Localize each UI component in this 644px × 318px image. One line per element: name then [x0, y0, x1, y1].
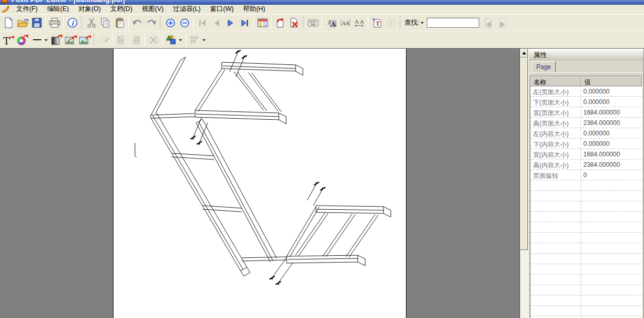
- property-row[interactable]: 宽(页面大小)1684.000000: [530, 107, 642, 118]
- find-input[interactable]: [427, 18, 479, 28]
- zoom-in-button[interactable]: [163, 16, 177, 30]
- property-row[interactable]: 高(页面大小)2384.000000: [530, 118, 642, 128]
- property-name: [530, 233, 581, 243]
- line-tool-dropdown[interactable]: [44, 33, 50, 46]
- clone-tool-button[interactable]: [97, 33, 111, 47]
- property-value: [581, 254, 642, 264]
- first-page-button[interactable]: [195, 16, 209, 30]
- svg-text:A: A: [345, 20, 349, 26]
- char-spacing-button[interactable]: AA: [338, 16, 352, 30]
- insert-textbox-button[interactable]: T: [370, 16, 384, 30]
- property-row[interactable]: 页面旋转0: [530, 170, 642, 180]
- menu-item-0[interactable]: 文件(F): [12, 4, 42, 15]
- property-value[interactable]: 0: [581, 170, 642, 180]
- property-row[interactable]: 宽(内容大小)1684.000000: [530, 149, 642, 160]
- menu-item-2[interactable]: 对象(O): [74, 4, 106, 15]
- pdf-page[interactable]: [113, 49, 406, 318]
- shapes-tool-dropdown[interactable]: [178, 33, 184, 46]
- prev-page-button[interactable]: [209, 16, 223, 30]
- property-row[interactable]: 左(页面大小)0.000000: [530, 86, 642, 97]
- rotate-right-button[interactable]: [129, 33, 143, 47]
- next-page-button[interactable]: [223, 16, 238, 30]
- app-icon: [2, 0, 8, 3]
- scrollbar-thumb[interactable]: [520, 58, 528, 250]
- bolt-callout-right: [307, 182, 325, 206]
- property-value[interactable]: 2384.000000: [581, 160, 642, 169]
- property-value[interactable]: 0.000000: [581, 97, 642, 107]
- empty-row: [530, 180, 642, 191]
- cut-button[interactable]: [84, 16, 98, 30]
- rotate-left-button[interactable]: [115, 33, 129, 47]
- toolbar-gripper[interactable]: [93, 34, 95, 46]
- undo-button[interactable]: [130, 16, 144, 30]
- property-value[interactable]: 0.000000: [581, 139, 642, 149]
- property-value: [581, 201, 642, 211]
- new-button[interactable]: [2, 16, 16, 30]
- bolt-callout-left: [190, 118, 208, 144]
- property-value[interactable]: 2384.000000: [581, 118, 642, 128]
- redo-button[interactable]: [144, 16, 159, 30]
- zoom-out-button[interactable]: [177, 16, 191, 30]
- property-value[interactable]: 0.000000: [581, 128, 642, 138]
- insert-color-button[interactable]: [16, 33, 30, 47]
- paste-button[interactable]: [112, 16, 127, 30]
- align-tool-dropdown[interactable]: [202, 33, 208, 46]
- separator: [193, 17, 194, 29]
- menu-item-7[interactable]: 帮助(H): [239, 4, 270, 15]
- document-canvas[interactable]: [0, 49, 519, 318]
- font-replace-button[interactable]: AA: [324, 16, 338, 30]
- menu-item-4[interactable]: 视图(V): [137, 4, 168, 15]
- column-header-name[interactable]: 名称: [530, 76, 581, 86]
- property-value[interactable]: 1684.000000: [581, 107, 642, 117]
- align-tool-button[interactable]: [188, 33, 202, 47]
- property-row[interactable]: 下(内容大小)0.000000: [530, 139, 642, 149]
- svg-text:A: A: [354, 19, 359, 25]
- line-tool-button[interactable]: [30, 33, 44, 47]
- copy-button[interactable]: [98, 16, 112, 30]
- document-menu-icon[interactable]: [1, 6, 10, 14]
- menu-item-5[interactable]: 过滤器(L): [168, 4, 206, 15]
- property-value[interactable]: 0.000000: [581, 86, 642, 96]
- shapes-tool-button[interactable]: [164, 33, 178, 47]
- save-button[interactable]: [30, 16, 44, 30]
- open-button[interactable]: [16, 16, 30, 30]
- property-value: [581, 275, 642, 285]
- find-next-button[interactable]: [495, 16, 510, 30]
- doc-info-button[interactable]: i: [65, 16, 80, 30]
- page-layout-button[interactable]: [255, 16, 269, 30]
- toolbar-gripper[interactable]: [81, 17, 82, 29]
- rotate-page-button[interactable]: [273, 16, 287, 30]
- edit-image-button[interactable]: [64, 33, 78, 47]
- separator: [322, 17, 322, 29]
- text-art-button[interactable]: T: [384, 16, 398, 30]
- find-dropdown-button[interactable]: [420, 17, 426, 29]
- insert-image-button[interactable]: [78, 33, 92, 47]
- shapes-tool-icon: [166, 35, 177, 45]
- property-value[interactable]: 1684.000000: [581, 149, 642, 159]
- tab-page[interactable]: Page: [532, 61, 556, 72]
- find-prev-button[interactable]: [481, 16, 495, 30]
- find-label: 查找:: [404, 18, 419, 27]
- shading-tool-button[interactable]: [50, 33, 64, 47]
- menu-item-6[interactable]: 窗口(W): [206, 4, 239, 15]
- property-row[interactable]: 高(内容大小)2384.000000: [530, 160, 642, 170]
- word-spacing-button[interactable]: AA: [352, 16, 366, 30]
- keyboard-button[interactable]: [306, 16, 320, 30]
- vertical-scrollbar[interactable]: [519, 49, 528, 318]
- toolbar-gripper[interactable]: [160, 17, 161, 29]
- property-row[interactable]: 左(内容大小)0.000000: [530, 128, 642, 139]
- scroll-up-button[interactable]: [520, 49, 528, 58]
- column-header-value[interactable]: 值: [581, 76, 642, 86]
- last-page-button[interactable]: [238, 16, 252, 30]
- print-button[interactable]: [48, 16, 62, 30]
- property-row[interactable]: 下(页面大小)0.000000: [530, 97, 642, 107]
- delete-page-button[interactable]: [287, 16, 301, 30]
- empty-row: [530, 296, 642, 306]
- toolbar-gripper[interactable]: [399, 17, 401, 29]
- delete-object-button[interactable]: [146, 33, 161, 47]
- menu-item-3[interactable]: 文档(D): [106, 4, 137, 15]
- property-value: [581, 264, 642, 274]
- toolbar-gripper[interactable]: [302, 17, 304, 29]
- menu-item-1[interactable]: 编辑(E): [42, 4, 74, 15]
- insert-text-button[interactable]: T: [2, 33, 16, 47]
